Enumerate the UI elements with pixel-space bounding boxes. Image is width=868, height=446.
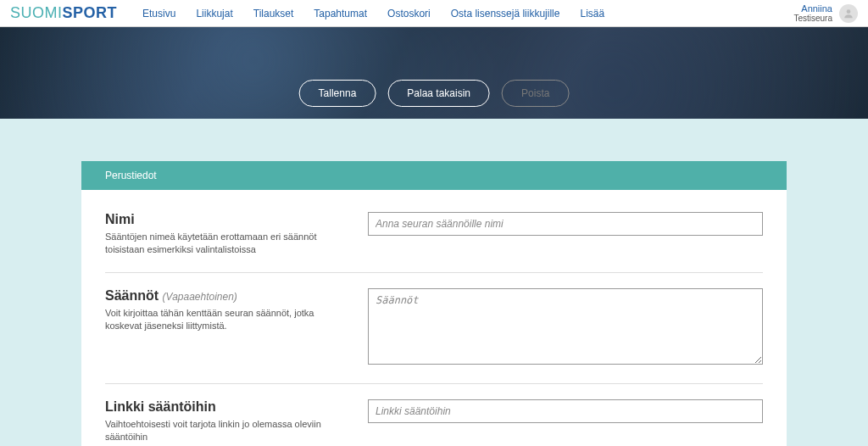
name-label: Nimi — [105, 212, 342, 227]
nav-more[interactable]: Lisää — [580, 8, 604, 20]
name-help: Sääntöjen nimeä käytetään erottamaan eri… — [105, 231, 342, 257]
section-title: Perustiedot — [105, 170, 157, 181]
rules-textarea[interactable] — [368, 288, 763, 365]
user-menu[interactable]: Anniina Testiseura — [793, 3, 858, 23]
user-name: Anniina — [793, 3, 832, 14]
avatar-icon — [839, 4, 858, 23]
field-row-name: Nimi Sääntöjen nimeä käytetään erottamaa… — [105, 197, 763, 273]
hero-banner: Tallenna Palaa takaisin Poista — [0, 27, 868, 119]
nav-events[interactable]: Tapahtumat — [314, 8, 367, 20]
name-input[interactable] — [368, 212, 763, 236]
delete-button[interactable]: Poista — [502, 80, 569, 107]
page-content: Perustiedot Nimi Sääntöjen nimeä käytetä… — [0, 119, 868, 446]
user-org: Testiseura — [793, 14, 832, 23]
link-help: Vaihtoehtoisesti voit tarjota linkin jo … — [105, 418, 342, 444]
brand-part1: SUOMI — [10, 4, 63, 22]
rules-help: Voit kirjoittaa tähän kenttään seuran sä… — [105, 307, 342, 333]
nav-orders[interactable]: Tilaukset — [253, 8, 294, 20]
rules-label: Säännöt (Vapaaehtoinen) — [105, 288, 342, 304]
form-card: Nimi Sääntöjen nimeä käytetään erottamaa… — [81, 190, 787, 446]
nav-cart[interactable]: Ostoskori — [387, 8, 431, 20]
link-input[interactable] — [368, 399, 763, 423]
top-nav: Etusivu Liikkujat Tilaukset Tapahtumat O… — [142, 8, 604, 20]
field-row-rules: Säännöt (Vapaaehtoinen) Voit kirjoittaa … — [105, 273, 763, 384]
brand-part2: SPORT — [63, 4, 118, 22]
brand-logo[interactable]: SUOMISPORT — [10, 4, 117, 22]
rules-label-text: Säännöt — [105, 288, 159, 303]
nav-members[interactable]: Liikkujat — [196, 8, 232, 20]
svg-point-0 — [847, 9, 851, 14]
save-button[interactable]: Tallenna — [299, 80, 376, 107]
field-row-link: Linkki sääntöihin Vaihtoehtoisesti voit … — [105, 384, 763, 446]
rules-optional-tag: (Vapaaehtoinen) — [163, 291, 237, 303]
back-button[interactable]: Palaa takaisin — [387, 80, 490, 107]
hero-actions: Tallenna Palaa takaisin Poista — [299, 80, 570, 107]
nav-home[interactable]: Etusivu — [142, 8, 175, 20]
section-header: Perustiedot — [81, 161, 787, 190]
nav-buy-licenses[interactable]: Osta lisenssejä liikkujille — [451, 8, 560, 20]
link-label: Linkki sääntöihin — [105, 399, 342, 415]
topbar: SUOMISPORT Etusivu Liikkujat Tilaukset T… — [0, 0, 868, 27]
